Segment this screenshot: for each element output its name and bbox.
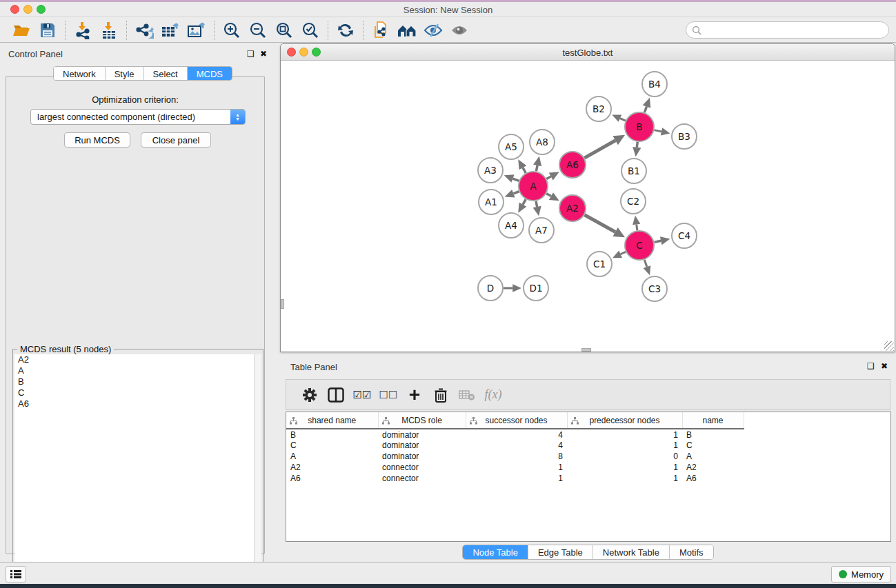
duplicate-network-button[interactable] bbox=[368, 20, 394, 41]
graph-edge-A-A1[interactable] bbox=[513, 192, 519, 194]
export-network-button[interactable] bbox=[131, 20, 157, 41]
table-cell[interactable]: A6 bbox=[682, 473, 744, 484]
close-panel-icon[interactable]: ✖ bbox=[260, 49, 267, 59]
graph-edge-A-A2[interactable] bbox=[546, 194, 551, 196]
table-row[interactable]: A2connector11A2 bbox=[286, 462, 744, 473]
graph-edge-B-B4[interactable] bbox=[644, 107, 646, 113]
close-panel-button[interactable]: Close panel bbox=[141, 132, 211, 148]
graph-edge-A-A6[interactable] bbox=[546, 176, 550, 179]
table-cell[interactable]: A bbox=[682, 451, 744, 462]
table-cell[interactable]: dominator bbox=[378, 451, 466, 462]
table-cell[interactable]: A6 bbox=[286, 473, 378, 484]
column-header[interactable]: shared name bbox=[286, 412, 378, 429]
table-cell[interactable]: 4 bbox=[466, 440, 567, 451]
table-cell[interactable]: B bbox=[682, 429, 744, 440]
graph-edge-B-B3[interactable] bbox=[655, 130, 661, 132]
table-cell[interactable]: A2 bbox=[286, 462, 378, 473]
close-table-panel-icon[interactable]: ✖ bbox=[881, 361, 888, 371]
node-table[interactable]: shared nameMCDS rolesuccessor nodesprede… bbox=[286, 412, 891, 542]
mcds-result-item[interactable]: B bbox=[14, 376, 261, 387]
graph-edge-B-B1[interactable] bbox=[637, 142, 637, 148]
table-row[interactable]: Adominator80A bbox=[286, 451, 744, 462]
search-box[interactable] bbox=[686, 21, 889, 39]
graph-edge-A-A3[interactable] bbox=[512, 179, 519, 181]
delete-column-button[interactable] bbox=[428, 384, 453, 406]
export-table-button[interactable] bbox=[157, 20, 183, 41]
show-columns-button[interactable] bbox=[323, 384, 348, 406]
table-cell[interactable]: dominator bbox=[378, 440, 466, 451]
column-header[interactable]: predecessor nodes bbox=[567, 412, 682, 429]
run-mcds-button[interactable]: Run MCDS bbox=[64, 132, 130, 148]
delete-table-button[interactable] bbox=[455, 384, 479, 406]
column-header[interactable]: name bbox=[682, 412, 744, 429]
criterion-dropdown[interactable]: largest connected component (directed) ▲… bbox=[30, 109, 246, 125]
graph-edge-A6-B[interactable] bbox=[584, 141, 615, 158]
column-header[interactable]: MCDS role bbox=[378, 412, 466, 429]
tab-mcds[interactable]: MCDS bbox=[188, 67, 232, 80]
table-cell[interactable]: 0 bbox=[567, 451, 682, 462]
export-image-button[interactable] bbox=[183, 20, 210, 41]
search-input[interactable] bbox=[701, 25, 888, 35]
first-neighbors-button[interactable] bbox=[394, 20, 420, 41]
table-cell[interactable]: C bbox=[286, 440, 378, 451]
table-cell[interactable]: 4 bbox=[466, 429, 567, 440]
tab-motifs[interactable]: Motifs bbox=[670, 545, 713, 559]
table-cell[interactable]: 1 bbox=[466, 473, 567, 484]
graph-edge-C-C1[interactable] bbox=[621, 252, 626, 254]
graph-edge-C-C2[interactable] bbox=[637, 224, 637, 230]
table-row[interactable]: Cdominator41C bbox=[286, 440, 744, 451]
scrollbar-track[interactable] bbox=[254, 354, 261, 585]
column-header[interactable]: successor nodes bbox=[466, 412, 567, 429]
tab-node-table[interactable]: Node Table bbox=[463, 545, 528, 559]
table-cell[interactable]: connector bbox=[378, 473, 466, 484]
float-panel-icon[interactable]: ❑ bbox=[247, 49, 255, 59]
tab-style[interactable]: Style bbox=[106, 67, 144, 80]
save-session-button[interactable] bbox=[34, 20, 61, 41]
mcds-result-item[interactable]: A6 bbox=[14, 398, 261, 409]
zoom-out-button[interactable] bbox=[245, 20, 271, 41]
splitter-handle[interactable] bbox=[581, 348, 591, 352]
mcds-result-list[interactable]: A2ABCA6 bbox=[14, 354, 261, 585]
table-row[interactable]: A6connector11A6 bbox=[286, 473, 744, 484]
graph-edge-C-C4[interactable] bbox=[655, 241, 661, 242]
zoom-in-button[interactable] bbox=[219, 20, 245, 41]
mcds-result-item[interactable]: C bbox=[14, 387, 261, 398]
memory-button[interactable]: Memory bbox=[831, 566, 891, 582]
tab-network-table[interactable]: Network Table bbox=[593, 545, 670, 559]
tab-network[interactable]: Network bbox=[54, 67, 106, 80]
tab-edge-table[interactable]: Edge Table bbox=[528, 545, 593, 559]
show-all-button[interactable] bbox=[446, 20, 472, 41]
import-network-button[interactable] bbox=[70, 20, 96, 41]
table-cell[interactable]: 1 bbox=[567, 462, 682, 473]
create-column-button[interactable]: + bbox=[402, 384, 427, 406]
table-cell[interactable]: 1 bbox=[466, 462, 567, 473]
apply-layout-button[interactable] bbox=[332, 20, 359, 41]
task-history-button[interactable] bbox=[6, 566, 26, 582]
graph-edge-A-A4[interactable] bbox=[523, 199, 526, 205]
float-table-panel-icon[interactable]: ❑ bbox=[867, 361, 875, 371]
deselect-all-button[interactable]: ☐☐ bbox=[376, 384, 401, 406]
table-cell[interactable]: A bbox=[286, 451, 378, 462]
network-graph[interactable]: B4B2BB3A5A8A6A3B1AA1C2A2A4A7C4CC1C3DD1 bbox=[281, 61, 894, 352]
select-all-button[interactable]: ☑☑ bbox=[350, 384, 375, 406]
graph-edge-B-B2[interactable] bbox=[620, 119, 626, 121]
resize-grip[interactable] bbox=[884, 341, 894, 351]
hide-selected-button[interactable] bbox=[420, 20, 446, 41]
table-cell[interactable]: B bbox=[286, 429, 378, 440]
graph-edge-A-A7[interactable] bbox=[536, 201, 537, 207]
network-canvas[interactable]: B4B2BB3A5A8A6A3B1AA1C2A2A4A7C4CC1C3DD1 bbox=[281, 61, 894, 352]
table-cell[interactable]: 1 bbox=[567, 429, 682, 440]
zoom-selected-button[interactable] bbox=[297, 20, 323, 41]
table-cell[interactable]: 1 bbox=[567, 473, 682, 484]
table-cell[interactable]: connector bbox=[378, 462, 466, 473]
graph-edge-C-C3[interactable] bbox=[644, 260, 647, 267]
mcds-result-item[interactable]: A bbox=[14, 365, 261, 376]
network-window-titlebar[interactable]: testGlobe.txt bbox=[281, 44, 895, 61]
table-cell[interactable]: C bbox=[682, 440, 744, 451]
table-row[interactable]: Bdominator41B bbox=[286, 429, 744, 440]
table-cell[interactable]: 8 bbox=[466, 451, 567, 462]
graph-edge-A2-C[interactable] bbox=[584, 215, 615, 232]
table-cell[interactable]: dominator bbox=[378, 429, 466, 440]
import-table-button[interactable] bbox=[96, 20, 122, 41]
zoom-fit-button[interactable] bbox=[271, 20, 297, 41]
